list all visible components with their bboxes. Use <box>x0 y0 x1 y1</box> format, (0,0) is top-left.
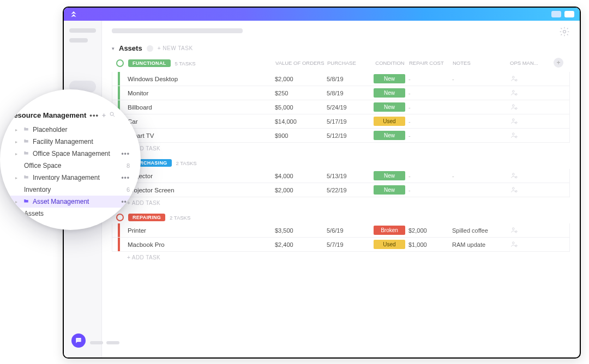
cell-purchase[interactable]: 5/13/19 <box>327 173 370 179</box>
cell-notes[interactable]: - <box>452 76 509 82</box>
task-name[interactable]: Projector Screen <box>124 187 275 193</box>
cell-purchase[interactable]: 5/17/19 <box>327 118 370 125</box>
cell-purchase[interactable]: 5/8/19 <box>327 76 370 82</box>
task-name[interactable]: Projector <box>124 173 275 179</box>
chat-button[interactable] <box>71 333 86 348</box>
task-row[interactable]: Projector Screen $2,000 5/22/19 New - <box>112 183 570 197</box>
cell-repair[interactable]: - <box>408 132 452 139</box>
sidebar-list-item[interactable]: Inventory6 <box>8 184 133 196</box>
task-row[interactable]: Car $14,000 5/17/19 Used - <box>112 114 570 129</box>
space-search-button[interactable] <box>109 111 116 119</box>
add-column-button[interactable]: + <box>554 58 563 68</box>
cell-condition[interactable]: New <box>370 131 408 140</box>
ops-manager-cell[interactable] <box>509 117 553 126</box>
sidebar-list-item[interactable]: Office Space8 <box>8 160 133 172</box>
cell-condition[interactable]: Used <box>370 240 408 249</box>
group-header[interactable]: FUNCTIONAL 5 TASKS VALUE OF ORDERS PURCH… <box>112 56 570 72</box>
cell-repair[interactable]: - <box>408 104 452 111</box>
task-row[interactable]: Macbook Pro $2,400 5/7/19 Used $1,000 RA… <box>112 238 570 252</box>
cell-purchase[interactable]: 5/7/19 <box>327 241 370 248</box>
cell-repair[interactable]: $1,000 <box>408 241 452 248</box>
window-controls[interactable] <box>551 11 574 17</box>
cell-notes[interactable]: Spilled coffee <box>452 227 509 234</box>
status-pill[interactable]: FUNCTIONAL <box>128 59 171 67</box>
task-row[interactable]: Monitor $250 5/8/19 New - <box>112 86 570 100</box>
cell-repair[interactable]: - <box>408 76 452 82</box>
item-more-button[interactable]: ••• <box>121 174 130 181</box>
ops-manager-cell[interactable] <box>509 172 553 180</box>
cell-value[interactable]: $900 <box>275 132 327 139</box>
cell-purchase[interactable]: 5/6/19 <box>327 227 370 234</box>
cell-purchase[interactable]: 5/8/19 <box>327 90 370 96</box>
sidebar-folder-item[interactable]: ▸Placeholder <box>8 124 133 136</box>
cell-repair[interactable]: - <box>408 173 452 179</box>
item-more-button[interactable]: ••• <box>121 150 130 157</box>
cell-condition[interactable]: New <box>370 88 408 98</box>
cell-repair[interactable]: $2,000 <box>408 227 452 234</box>
sidebar-folder-item[interactable]: ▸Asset Management••• <box>8 196 133 208</box>
space-add-button[interactable]: + <box>102 112 106 119</box>
status-bar <box>118 72 120 86</box>
task-row[interactable]: Smart TV $900 5/12/19 New - <box>112 129 570 143</box>
sidebar-folder-item[interactable]: ▸Office Space Management••• <box>8 148 133 160</box>
sidebar-folder-item[interactable]: ▸Inventory Management••• <box>8 172 133 184</box>
cell-condition[interactable]: New <box>370 74 408 83</box>
add-task-button[interactable]: + ADD TASK <box>112 143 570 153</box>
status-bar <box>118 238 120 251</box>
cell-condition[interactable]: Broken <box>370 226 408 235</box>
list-title[interactable]: Assets <box>119 44 142 52</box>
task-name[interactable]: Car <box>124 118 275 125</box>
sidebar-folder-item[interactable]: ▸Facility Management <box>8 136 133 148</box>
ops-manager-cell[interactable] <box>509 131 553 140</box>
info-icon[interactable] <box>147 45 153 52</box>
cell-purchase[interactable]: 5/22/19 <box>327 187 370 193</box>
cell-value[interactable]: $2,000 <box>275 187 327 193</box>
cell-notes[interactable]: - <box>452 173 509 179</box>
cell-notes[interactable]: RAM update <box>452 241 509 248</box>
cell-value[interactable]: $2,400 <box>275 241 327 248</box>
cell-repair[interactable]: - <box>408 187 452 193</box>
task-row[interactable]: Projector $4,000 5/13/19 New - - <box>112 169 570 183</box>
ops-manager-cell[interactable] <box>509 89 553 98</box>
cell-value[interactable]: $250 <box>275 90 327 96</box>
task-name[interactable]: Monitor <box>124 90 275 96</box>
cell-repair[interactable]: - <box>408 90 452 96</box>
ops-manager-cell[interactable] <box>509 186 553 195</box>
task-row[interactable]: Windows Desktop $2,000 5/8/19 New - - <box>112 72 570 86</box>
cell-condition[interactable]: New <box>370 102 408 112</box>
task-name[interactable]: Windows Desktop <box>124 76 275 82</box>
chevron-right-icon: ▸ <box>15 199 20 204</box>
task-name[interactable]: Billboard <box>124 104 275 111</box>
task-row[interactable]: Printer $3,500 5/6/19 Broken $2,000 Spil… <box>112 223 570 238</box>
cell-value[interactable]: $5,000 <box>275 104 327 111</box>
collapse-icon[interactable]: ▾ <box>112 46 115 51</box>
cell-purchase[interactable]: 5/12/19 <box>327 132 370 139</box>
group-header[interactable]: REPAIRING 2 TASKS <box>112 213 570 223</box>
task-name[interactable]: Printer <box>124 227 275 234</box>
cell-repair[interactable]: - <box>408 118 452 125</box>
space-title[interactable]: Resource Management <box>9 111 86 119</box>
group-header[interactable]: PURCHASING 2 TASKS <box>112 158 570 169</box>
cell-condition[interactable]: New <box>370 171 408 180</box>
new-task-button[interactable]: + NEW TASK <box>158 45 193 51</box>
status-pill[interactable]: REPAIRING <box>128 214 165 221</box>
ops-manager-cell[interactable] <box>509 226 553 235</box>
task-name[interactable]: Macbook Pro <box>124 241 275 248</box>
cell-purchase[interactable]: 5/24/19 <box>327 104 370 111</box>
cell-condition[interactable]: Used <box>370 117 408 126</box>
task-row[interactable]: Billboard $5,000 5/24/19 New - <box>112 100 570 114</box>
ops-manager-cell[interactable] <box>509 75 553 83</box>
ops-manager-cell[interactable] <box>509 103 553 112</box>
space-more-button[interactable]: ••• <box>89 111 99 119</box>
cell-value[interactable]: $2,000 <box>275 76 327 82</box>
add-task-button[interactable]: + ADD TASK <box>112 197 570 207</box>
cell-value[interactable]: $3,500 <box>275 227 327 234</box>
add-task-button[interactable]: + ADD TASK <box>112 252 570 262</box>
ops-manager-cell[interactable] <box>509 240 553 249</box>
cell-value[interactable]: $14,000 <box>275 118 327 125</box>
settings-button[interactable] <box>559 26 570 37</box>
cell-condition[interactable]: New <box>370 185 408 195</box>
main-content: ▾ Assets + NEW TASK FUNCTIONAL 5 TASKS V… <box>102 21 580 357</box>
cell-value[interactable]: $4,000 <box>275 173 327 179</box>
task-name[interactable]: Smart TV <box>124 132 275 139</box>
